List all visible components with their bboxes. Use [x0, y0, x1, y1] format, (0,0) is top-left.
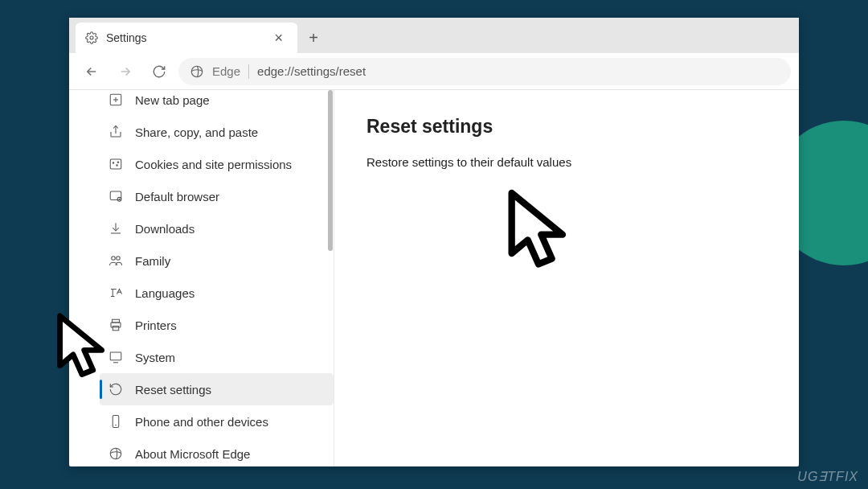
downloads-icon: [108, 220, 124, 236]
svg-rect-21: [113, 416, 119, 428]
sidebar-item-defaultbrowser[interactable]: Default browser: [100, 180, 334, 212]
family-icon: [108, 253, 124, 269]
sidebar-item-phone[interactable]: Phone and other devices: [100, 405, 334, 438]
browser-window: Settings × + Edge edge://settings/reset …: [69, 18, 799, 466]
forward-button[interactable]: [111, 57, 140, 86]
settings-sidebar: New tab pageShare, copy, and pasteCookie…: [69, 90, 334, 466]
sidebar-item-printers[interactable]: Printers: [100, 309, 334, 341]
svg-point-7: [113, 162, 114, 164]
tab-strip: Settings × +: [69, 18, 799, 53]
sidebar-item-label: Phone and other devices: [135, 415, 268, 429]
edge-label: Edge: [212, 64, 240, 78]
svg-rect-18: [113, 327, 119, 331]
restore-defaults-link[interactable]: Restore settings to their default values: [366, 155, 767, 169]
sidebar-item-label: Printers: [135, 318, 177, 332]
sidebar-item-downloads[interactable]: Downloads: [100, 212, 334, 244]
reset-icon: [108, 381, 124, 397]
share-icon: [108, 124, 124, 140]
svg-point-0: [90, 36, 93, 39]
newtab-icon: [108, 92, 124, 108]
sidebar-item-system[interactable]: System: [100, 341, 334, 373]
new-tab-button[interactable]: +: [297, 23, 330, 53]
sidebar-item-label: Default browser: [135, 190, 219, 203]
url-text: edge://settings/reset: [257, 64, 366, 78]
sidebar-item-label: Languages: [135, 286, 194, 300]
svg-point-1: [191, 66, 203, 77]
svg-point-9: [117, 162, 119, 163]
sidebar-item-family[interactable]: Family: [100, 244, 334, 277]
svg-rect-16: [113, 319, 120, 323]
svg-rect-6: [110, 159, 121, 169]
defaultbrowser-icon: [108, 188, 124, 204]
watermark: UG∃TFIX: [797, 469, 858, 484]
content: New tab pageShare, copy, and pasteCookie…: [69, 90, 799, 466]
sidebar-item-edge[interactable]: About Microsoft Edge: [100, 438, 334, 466]
languages-icon: [108, 285, 124, 301]
svg-point-14: [112, 257, 116, 261]
sidebar-item-newtab[interactable]: New tab page: [100, 90, 334, 116]
printers-icon: [108, 317, 124, 333]
svg-point-15: [117, 257, 121, 261]
tab-settings[interactable]: Settings ×: [76, 23, 297, 53]
sidebar-item-label: Family: [135, 254, 170, 268]
svg-point-23: [110, 448, 121, 459]
phone-icon: [108, 413, 124, 429]
back-button[interactable]: [77, 57, 106, 86]
toolbar: Edge edge://settings/reset: [69, 53, 799, 90]
page-title: Reset settings: [366, 116, 767, 138]
sidebar-item-reset[interactable]: Reset settings: [100, 373, 334, 405]
sidebar-item-label: Cookies and site permissions: [135, 158, 292, 171]
close-icon[interactable]: ×: [269, 28, 288, 48]
refresh-button[interactable]: [145, 57, 174, 86]
sidebar-item-label: Downloads: [135, 222, 194, 236]
svg-point-8: [117, 165, 118, 166]
sidebar-item-label: New tab page: [135, 93, 210, 107]
edge-icon: [108, 446, 124, 462]
sidebar-item-label: Share, copy, and paste: [135, 125, 258, 139]
sidebar-item-label: Reset settings: [135, 383, 211, 397]
sidebar-item-cookies[interactable]: Cookies and site permissions: [100, 148, 334, 180]
tab-title: Settings: [106, 31, 147, 44]
sidebar-item-label: About Microsoft Edge: [135, 447, 250, 461]
sidebar-item-share[interactable]: Share, copy, and paste: [100, 116, 334, 148]
settings-main: Reset settings Restore settings to their…: [334, 90, 799, 466]
addr-divider: [248, 64, 249, 79]
svg-rect-19: [110, 352, 121, 360]
system-icon: [108, 349, 124, 365]
gear-icon: [85, 31, 98, 44]
address-bar[interactable]: Edge edge://settings/reset: [178, 58, 791, 85]
cookies-icon: [108, 156, 124, 172]
sidebar-item-languages[interactable]: Languages: [100, 277, 334, 309]
sidebar-item-label: System: [135, 351, 175, 364]
edge-icon: [190, 64, 204, 79]
